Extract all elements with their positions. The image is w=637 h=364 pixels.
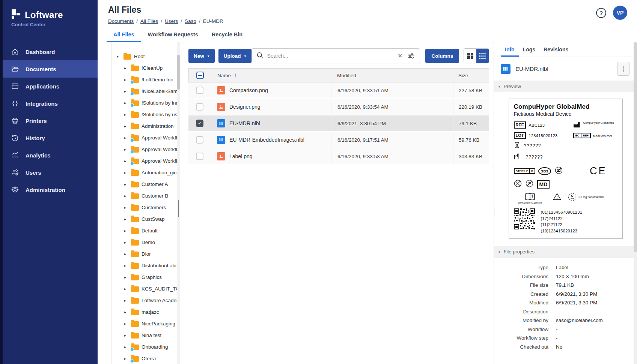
- tree-node[interactable]: Graphics: [124, 271, 180, 283]
- avatar[interactable]: VP: [613, 6, 627, 20]
- tree-caret-icon[interactable]: [124, 147, 128, 151]
- tree-caret-icon[interactable]: [124, 264, 128, 268]
- tree-node[interactable]: Demo: [124, 237, 180, 248]
- tree-caret-icon[interactable]: [117, 54, 121, 58]
- details-tab[interactable]: Revisions: [539, 42, 572, 57]
- tree-node[interactable]: Administration: [124, 120, 180, 132]
- sidebar-item-documents[interactable]: Documents: [0, 60, 98, 78]
- tree-caret-icon[interactable]: [124, 124, 128, 128]
- table-row[interactable]: Comparison.png 6/16/2020, 9:33:51 AM 227…: [188, 82, 489, 99]
- filter-sliders-icon[interactable]: [407, 52, 415, 59]
- tree-caret-icon[interactable]: [124, 252, 128, 256]
- tree-caret-icon[interactable]: [124, 240, 128, 244]
- clear-search-icon[interactable]: ✕: [397, 52, 404, 59]
- tree-caret-icon[interactable]: [124, 171, 128, 175]
- details-scrollbar-thumb[interactable]: [634, 42, 637, 252]
- new-button[interactable]: New▾: [188, 49, 215, 63]
- breadcrumb-link[interactable]: Documents: [108, 18, 134, 24]
- tab[interactable]: Workflow Requests: [141, 27, 205, 42]
- details-tab[interactable]: Info: [501, 42, 519, 57]
- sidebar-item-administration[interactable]: Administration: [0, 181, 98, 198]
- file-properties-section-header[interactable]: ▾ File properties: [494, 246, 637, 258]
- row-checkbox[interactable]: [196, 87, 203, 94]
- tree-caret-icon[interactable]: [124, 217, 128, 221]
- tree-caret-icon[interactable]: [124, 298, 128, 303]
- tree-node[interactable]: Loftware Academy: [124, 295, 180, 306]
- tree-splitter-handle[interactable]: [178, 200, 179, 217]
- tree-caret-icon[interactable]: [124, 333, 128, 337]
- tree-node[interactable]: !NiceLabel-Samples: [124, 85, 180, 97]
- select-all-checkbox[interactable]: [196, 72, 204, 79]
- column-header-size[interactable]: Size: [453, 69, 489, 82]
- tree-caret-icon[interactable]: [124, 310, 128, 314]
- tree-node[interactable]: Approval Workflo...: [124, 155, 180, 167]
- details-scrollbar-track[interactable]: [634, 42, 637, 364]
- tree-node[interactable]: Customers: [124, 202, 180, 213]
- tree-caret-icon[interactable]: [124, 194, 128, 198]
- tree-node[interactable]: DistributionLabels: [124, 260, 180, 271]
- tree-node[interactable]: Approval Workflo...: [124, 132, 180, 144]
- tab[interactable]: Recycle Bin: [205, 27, 249, 42]
- tree-node[interactable]: Nina test: [124, 330, 180, 341]
- tree-node[interactable]: !Solutions by use ...: [124, 109, 180, 120]
- tree-node[interactable]: Dior: [124, 248, 180, 260]
- tree-caret-icon[interactable]: [124, 78, 128, 82]
- tree-caret-icon[interactable]: [124, 322, 128, 326]
- row-checkbox[interactable]: [196, 103, 203, 111]
- sidebar-item-dashboard[interactable]: Dashboard: [0, 43, 98, 60]
- tree-node[interactable]: Customer A: [124, 178, 180, 190]
- tree-node[interactable]: Approval Workflo...: [124, 144, 180, 155]
- column-header-name[interactable]: Name: [217, 73, 231, 78]
- row-checkbox[interactable]: [196, 136, 203, 144]
- columns-button[interactable]: Columns: [425, 49, 459, 63]
- tree-caret-icon[interactable]: [124, 89, 128, 93]
- breadcrumb-link[interactable]: EU-MDR: [203, 18, 223, 24]
- sidebar-item-applications[interactable]: Applications: [0, 78, 98, 95]
- help-icon[interactable]: ?: [596, 8, 606, 18]
- list-view-icon[interactable]: [476, 49, 489, 63]
- column-header-modified[interactable]: Modified: [331, 69, 453, 82]
- tree-node[interactable]: Default: [124, 225, 180, 237]
- tree-caret-icon[interactable]: [124, 159, 128, 163]
- tab[interactable]: All Files: [107, 27, 141, 42]
- tree-node[interactable]: !LoftDemo Inc: [124, 74, 180, 85]
- tree-caret-icon[interactable]: [124, 229, 128, 233]
- tree-node[interactable]: Customer B: [124, 190, 180, 202]
- sidebar-item-analytics[interactable]: Analytics: [0, 147, 98, 164]
- tree-node[interactable]: KCS_AUDIT_TOOL...: [124, 283, 180, 295]
- table-row[interactable]: EU-MDR.nlbl 6/9/2021, 3:30:54 PM 79.1 KB: [188, 115, 489, 132]
- tree-node[interactable]: !CleanUp: [124, 62, 180, 74]
- tree-caret-icon[interactable]: [124, 101, 128, 105]
- tree-caret-icon[interactable]: [124, 357, 128, 361]
- tree-caret-icon[interactable]: [124, 136, 128, 140]
- kebab-menu-icon[interactable]: ⋮: [617, 62, 629, 76]
- tree-node[interactable]: Root: [117, 51, 180, 62]
- table-row[interactable]: EU-MDR-EmbeddedImages.nlbl 6/16/2020, 9:…: [188, 132, 489, 148]
- row-checkbox[interactable]: [196, 153, 203, 160]
- tree-node[interactable]: !Solutions by indu...: [124, 97, 180, 109]
- tree-node[interactable]: Automation_gimi...: [124, 167, 180, 178]
- breadcrumb-link[interactable]: Users: [165, 18, 178, 24]
- breadcrumb-link[interactable]: Saso: [185, 18, 196, 24]
- sidebar-item-history[interactable]: History: [0, 129, 98, 147]
- tree-scrollbar-thumb[interactable]: [177, 55, 180, 90]
- sidebar-item-users[interactable]: Users: [0, 164, 98, 181]
- search-input[interactable]: [267, 53, 393, 59]
- row-checkbox[interactable]: [196, 120, 203, 127]
- tree-caret-icon[interactable]: [124, 345, 128, 349]
- table-row[interactable]: Label.png 6/16/2020, 9:33:53 AM 303.83 K…: [188, 148, 489, 165]
- preview-section-header[interactable]: ▾ Preview: [494, 81, 637, 92]
- tree-caret-icon[interactable]: [124, 205, 128, 210]
- sort-asc-icon[interactable]: ↑: [234, 72, 237, 78]
- tree-caret-icon[interactable]: [124, 275, 128, 279]
- details-tab[interactable]: Logs: [519, 42, 539, 57]
- tree-node[interactable]: matjazc: [124, 306, 180, 318]
- details-splitter-handle[interactable]: [494, 207, 494, 216]
- tree-caret-icon[interactable]: [124, 66, 128, 70]
- tree-caret-icon[interactable]: [124, 287, 128, 291]
- tree-node[interactable]: CustSwap: [124, 213, 180, 225]
- tree-node[interactable]: Onboarding: [124, 341, 180, 353]
- sidebar-item-integrations[interactable]: Integrations: [0, 95, 98, 112]
- upload-button[interactable]: Upload▾: [218, 49, 251, 63]
- table-row[interactable]: Designer.png 6/16/2020, 9:33:54 AM 220.1…: [188, 99, 489, 115]
